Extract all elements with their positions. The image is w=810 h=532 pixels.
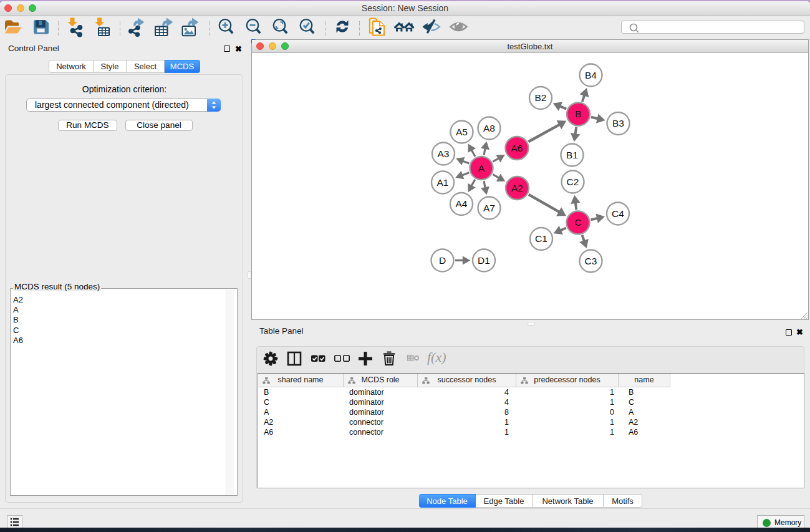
svg-text:D1: D1 (478, 255, 490, 266)
svg-text:A4: A4 (456, 198, 468, 209)
svg-text:C: C (574, 217, 581, 228)
svg-text:B: B (575, 109, 581, 119)
svg-text:C2: C2 (567, 177, 579, 187)
svg-text:A2: A2 (511, 183, 523, 193)
svg-text:A1: A1 (437, 177, 449, 188)
svg-text:C1: C1 (535, 233, 547, 244)
svg-text:B1: B1 (566, 150, 578, 160)
svg-text:A6: A6 (511, 143, 523, 153)
svg-text:C4: C4 (612, 208, 624, 219)
svg-text:B4: B4 (585, 70, 597, 80)
svg-text:A8: A8 (483, 123, 495, 133)
svg-text:C3: C3 (585, 256, 597, 266)
svg-text:A: A (478, 163, 485, 173)
svg-text:A7: A7 (483, 203, 495, 213)
svg-text:D: D (439, 255, 446, 266)
svg-text:B3: B3 (612, 118, 624, 128)
svg-text:A5: A5 (456, 127, 468, 137)
svg-text:A3: A3 (438, 148, 450, 159)
svg-text:B2: B2 (535, 92, 547, 103)
